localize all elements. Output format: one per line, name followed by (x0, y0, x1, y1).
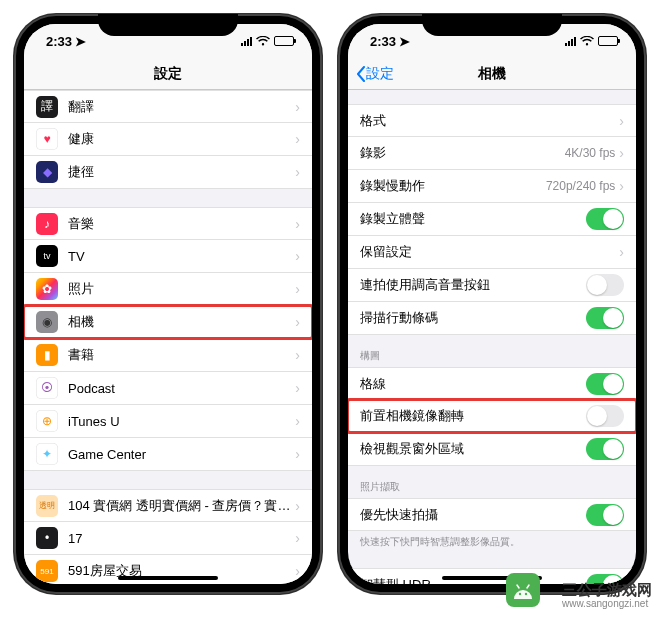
row-detail: 720p/240 fps (546, 179, 615, 193)
svg-line-3 (527, 585, 529, 588)
settings-row[interactable]: ♥健康› (24, 123, 312, 156)
settings-row[interactable]: 透明104 實價網 透明實價網 - 查房價？實…› (24, 489, 312, 522)
settings-row[interactable]: ✿照片› (24, 273, 312, 306)
watermark-logo (506, 573, 540, 607)
nav-bar: 設定 (24, 58, 312, 90)
chevron-right-icon: › (619, 178, 624, 194)
battery-icon (598, 36, 618, 46)
app-icon: ✦ (36, 443, 58, 465)
app-icon: ♪ (36, 213, 58, 235)
settings-row[interactable]: 錄影4K/30 fps› (348, 137, 636, 170)
chevron-right-icon: › (295, 131, 300, 147)
chevron-right-icon: › (295, 347, 300, 363)
row-label: 17 (68, 531, 295, 546)
toggle-switch[interactable] (586, 438, 624, 460)
settings-row[interactable]: 格式› (348, 104, 636, 137)
chevron-right-icon: › (295, 281, 300, 297)
settings-row: 掃描行動條碼 (348, 302, 636, 335)
toggle-switch[interactable] (586, 208, 624, 230)
app-icon: 透明 (36, 495, 58, 517)
location-icon: ➤ (75, 34, 86, 49)
status-time: 2:33 (46, 34, 72, 49)
row-label: iTunes U (68, 414, 295, 429)
chevron-right-icon: › (295, 413, 300, 429)
toggle-switch[interactable] (586, 274, 624, 296)
settings-row[interactable]: 錄製慢動作720p/240 fps› (348, 170, 636, 203)
settings-row[interactable]: ▮書籍› (24, 339, 312, 372)
home-indicator[interactable] (118, 576, 218, 580)
toggle-switch[interactable] (586, 373, 624, 395)
chevron-right-icon: › (619, 244, 624, 260)
settings-row[interactable]: ◆捷徑› (24, 156, 312, 189)
app-icon: ◉ (36, 311, 58, 333)
camera-settings-list[interactable]: 格式›錄影4K/30 fps›錄製慢動作720p/240 fps›錄製立體聲保留… (348, 90, 636, 584)
chevron-right-icon: › (295, 498, 300, 514)
app-icon: ✿ (36, 278, 58, 300)
toggle-switch[interactable] (586, 307, 624, 329)
settings-row[interactable]: 保留設定› (348, 236, 636, 269)
watermark-text: 三公子游戏网 www.sangongzi.net (562, 582, 652, 610)
settings-row[interactable]: 譯翻譯› (24, 90, 312, 123)
notch (98, 14, 238, 36)
status-time: 2:33 (370, 34, 396, 49)
chevron-right-icon: › (295, 563, 300, 579)
app-icon: 譯 (36, 96, 58, 118)
row-label: 前置相機鏡像翻轉 (360, 407, 586, 425)
row-label: 健康 (68, 130, 295, 148)
location-icon: ➤ (399, 34, 410, 49)
watermark-en: www.sangongzi.net (562, 598, 652, 609)
app-icon: • (36, 527, 58, 549)
back-button[interactable]: 設定 (356, 65, 394, 83)
section-header: 構圖 (348, 335, 636, 367)
screen-right: 2:33 ➤ 設定 相機 格式›錄影4K/30 fps›錄製慢動 (348, 24, 636, 584)
row-label: 錄製慢動作 (360, 177, 546, 195)
row-label: 掃描行動條碼 (360, 309, 586, 327)
settings-row[interactable]: •17› (24, 522, 312, 555)
toggle-switch[interactable] (586, 405, 624, 427)
section-header: 照片擷取 (348, 466, 636, 498)
toggle-switch[interactable] (586, 504, 624, 526)
chevron-right-icon: › (295, 446, 300, 462)
chevron-right-icon: › (295, 216, 300, 232)
row-label: 檢視觀景窗外區域 (360, 440, 586, 458)
settings-list[interactable]: 譯翻譯›♥健康›◆捷徑›♪音樂›tvTV›✿照片›◉相機›▮書籍›⦿Podcas… (24, 90, 312, 584)
app-icon: ⊕ (36, 410, 58, 432)
app-icon: 591 (36, 560, 58, 582)
settings-row[interactable]: ⦿Podcast› (24, 372, 312, 405)
row-label: 翻譯 (68, 98, 295, 116)
settings-row[interactable]: ♪音樂› (24, 207, 312, 240)
back-label: 設定 (366, 65, 394, 83)
phone-right: 2:33 ➤ 設定 相機 格式›錄影4K/30 fps›錄製慢動 (338, 14, 646, 594)
row-label: TV (68, 249, 295, 264)
chevron-right-icon: › (295, 314, 300, 330)
row-label: 捷徑 (68, 163, 295, 181)
row-label: 音樂 (68, 215, 295, 233)
settings-row: 連拍使用調高音量按鈕 (348, 269, 636, 302)
row-label: Podcast (68, 381, 295, 396)
section-footer: 快速按下快門時智慧調整影像品質。 (348, 531, 636, 554)
wifi-icon (580, 34, 594, 49)
phone-left: 2:33 ➤ 設定 譯翻譯›♥健康›◆捷徑›♪音樂›tvTV›✿照片›◉相機›▮… (14, 14, 322, 594)
notch (422, 14, 562, 36)
settings-row: 前置相機鏡像翻轉 (348, 400, 636, 433)
row-label: 錄製立體聲 (360, 210, 586, 228)
settings-row[interactable]: ◉相機› (24, 306, 312, 339)
svg-line-2 (517, 585, 519, 588)
chevron-right-icon: › (295, 248, 300, 264)
settings-row[interactable]: ⊕iTunes U› (24, 405, 312, 438)
watermark-cn: 三公子游戏网 (562, 582, 652, 599)
chevron-right-icon: › (295, 164, 300, 180)
battery-icon (274, 36, 294, 46)
app-icon: ◆ (36, 161, 58, 183)
row-label: 格式 (360, 112, 619, 130)
chevron-right-icon: › (295, 380, 300, 396)
row-label: 連拍使用調高音量按鈕 (360, 276, 586, 294)
signal-icon (565, 37, 576, 46)
settings-row[interactable]: ✦Game Center› (24, 438, 312, 471)
settings-row[interactable]: tvTV› (24, 240, 312, 273)
chevron-right-icon: › (295, 530, 300, 546)
settings-row: 優先快速拍攝 (348, 498, 636, 531)
app-icon: ▮ (36, 344, 58, 366)
app-icon: ♥ (36, 128, 58, 150)
nav-bar: 設定 相機 (348, 58, 636, 90)
